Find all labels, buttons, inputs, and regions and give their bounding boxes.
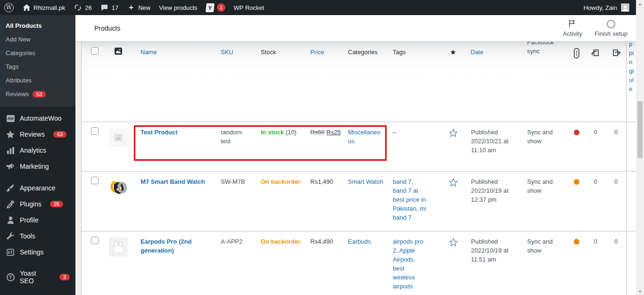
- wp-rocket-menu[interactable]: WP Rocket: [230, 0, 269, 15]
- column-header-sku[interactable]: SKU: [221, 49, 233, 56]
- stock-status: In stock: [261, 129, 284, 136]
- sidebar-item-plugins[interactable]: Plugins 26: [0, 196, 75, 212]
- row-checkbox[interactable]: [91, 177, 99, 184]
- submenu-label: Add New: [6, 36, 31, 43]
- column-header-shipping-rule[interactable]: ppingrule: [629, 42, 635, 93]
- image-column-icon: [115, 49, 122, 56]
- tools-wrench-icon: [6, 232, 15, 240]
- sidebar-item-profile[interactable]: Profile: [0, 212, 75, 228]
- submenu-label: Reviews: [6, 90, 29, 98]
- wp-rocket-label: WP Rocket: [234, 4, 264, 11]
- stock-status: On backorder: [261, 178, 301, 185]
- analytics-icon: [6, 146, 15, 155]
- scrollbar-up-icon[interactable]: ▲: [636, 0, 644, 8]
- sidebar-item-categories[interactable]: Categories: [0, 46, 75, 60]
- column-header-stock: Stock: [261, 49, 276, 56]
- menu-label: AutomateWoo: [20, 115, 61, 122]
- site-name-menu[interactable]: Rhizmall.pk: [18, 0, 69, 15]
- menu-label: Yoast SEO: [20, 270, 51, 285]
- sidebar-item-all-products[interactable]: All Products: [0, 19, 75, 33]
- submenu-label: Categories: [6, 49, 35, 57]
- featured-star-toggle[interactable]: [449, 129, 458, 139]
- sidebar-item-yoast-seo[interactable]: Y Yoast SEO 3: [0, 266, 75, 288]
- row-checkbox[interactable]: [91, 127, 99, 135]
- column-header-name[interactable]: Name: [140, 49, 157, 56]
- avatar: [621, 3, 629, 12]
- admin-sidebar: All Products Add New Categories Tags Att…: [0, 15, 75, 295]
- wordpress-logo-menu[interactable]: W: [0, 0, 18, 15]
- stock-status: On backorder: [261, 238, 301, 245]
- sidebar-item-tags[interactable]: Tags: [0, 60, 75, 74]
- new-label: New: [138, 4, 150, 11]
- plugins-icon: [6, 200, 15, 208]
- updates-menu[interactable]: 26: [69, 0, 96, 15]
- page-scrollbar[interactable]: ▲ ▼: [636, 0, 644, 295]
- product-name-link[interactable]: Earpods Pro (2nd generation): [140, 238, 191, 254]
- sidebar-item-appearance[interactable]: Appearance: [0, 180, 75, 196]
- product-thumbnail-placeholder[interactable]: [109, 128, 128, 147]
- sync-in-count: 0: [585, 122, 604, 171]
- star-icon: [6, 130, 15, 139]
- date-value: Published 2022/10/19 at 11:51 am: [465, 231, 521, 295]
- automatewoo-icon: AW: [6, 114, 15, 123]
- menu-label: Marketing: [20, 163, 49, 170]
- view-products-menu[interactable]: View products: [155, 0, 201, 15]
- category-link[interactable]: Miscellaneous: [348, 129, 380, 145]
- comments-count: 17: [112, 4, 118, 11]
- yoast-notification-badge: 3: [217, 3, 225, 12]
- column-header-date[interactable]: Date: [471, 49, 483, 56]
- new-menu[interactable]: + New: [123, 0, 155, 15]
- facebook-sync-value: Sync and show: [521, 122, 566, 171]
- sku-value: random-test: [215, 122, 255, 171]
- sidebar-item-add-new[interactable]: Add New: [0, 33, 75, 46]
- sidebar-item-tools[interactable]: Tools: [0, 228, 75, 244]
- yoast-menu[interactable]: Y 3: [202, 0, 230, 15]
- product-thumbnail[interactable]: [109, 238, 128, 256]
- scrollbar-thumb[interactable]: [637, 101, 643, 158]
- date-value: Published 2022/10/21 at 11:10 am: [465, 122, 521, 171]
- select-all-checkbox[interactable]: [91, 47, 99, 55]
- sidebar-item-attributes[interactable]: Attributes: [0, 74, 75, 87]
- woocommerce-header: Products Activity Finish setup: [75, 15, 636, 41]
- sidebar-item-reviews-sub[interactable]: Reviews 63: [0, 87, 75, 101]
- table-row-test-product: Test Product random-test In stock (10) R…: [82, 122, 636, 172]
- product-thumbnail[interactable]: [109, 178, 128, 197]
- sku-value: A-APP2: [215, 231, 255, 295]
- featured-star-toggle[interactable]: [449, 238, 458, 249]
- price: Rs1,490: [310, 178, 333, 185]
- scrollbar-down-icon[interactable]: ▼: [636, 287, 644, 295]
- activity-flag-icon: [569, 19, 576, 29]
- activity-button[interactable]: Activity: [563, 19, 582, 37]
- featured-star-toggle[interactable]: [449, 178, 458, 189]
- tags-links[interactable]: band 7, band 7 at best price in Pakistan…: [393, 177, 438, 222]
- sidebar-item-analytics[interactable]: Analytics: [0, 142, 75, 158]
- reviews-count-badge: 63: [53, 131, 66, 138]
- column-header-facebook-sync: Facebook sync: [527, 42, 562, 56]
- reviews-count-badge: 63: [33, 91, 46, 98]
- comments-menu[interactable]: 17: [96, 0, 123, 15]
- finish-setup-button[interactable]: Finish setup: [594, 19, 627, 37]
- sidebar-item-reviews[interactable]: Reviews 63: [0, 126, 75, 142]
- sync-in-column-icon: [591, 52, 600, 59]
- megaphone-icon: [6, 162, 15, 171]
- sidebar-item-marketing[interactable]: Marketing: [0, 158, 75, 174]
- column-header-price[interactable]: Price: [310, 49, 324, 56]
- table-row-earpods-pro: Earpods Pro (2nd generation) A-APP2 On b…: [82, 231, 636, 295]
- row-checkbox[interactable]: [91, 237, 99, 244]
- sidebar-item-automatewoo[interactable]: AW AutomateWoo: [0, 110, 75, 126]
- tags-links[interactable]: airpods pro 2, Apple Airpods, best wirel…: [393, 237, 438, 291]
- page-title: Products: [94, 25, 120, 32]
- products-submenu: All Products Add New Categories Tags Att…: [0, 15, 75, 107]
- product-name-link[interactable]: M7 Smart Band Watch: [140, 178, 205, 185]
- account-menu[interactable]: Howdy, Zain: [584, 3, 636, 12]
- product-name-link[interactable]: Test Product: [140, 129, 178, 136]
- menu-label: Analytics: [20, 147, 46, 154]
- activity-label: Activity: [563, 30, 582, 37]
- sidebar-item-settings[interactable]: Settings: [0, 244, 75, 260]
- sync-out-count: 0: [604, 231, 626, 295]
- comments-icon: [100, 3, 109, 12]
- settings-sliders-icon: [6, 248, 15, 256]
- table-header-row: Name SKU Stock Price Categories Tags ★ D…: [82, 42, 636, 122]
- category-link[interactable]: Earbuds: [348, 238, 371, 245]
- category-link[interactable]: Smart Watch: [348, 178, 383, 185]
